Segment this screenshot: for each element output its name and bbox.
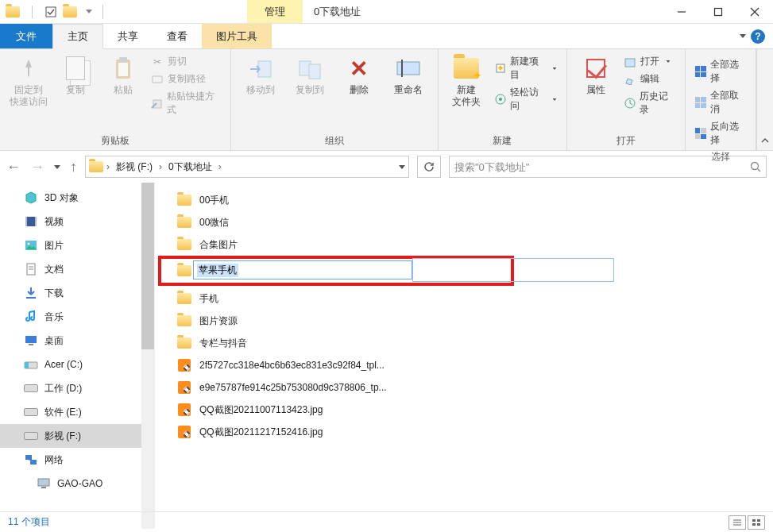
folder-icon [177, 337, 191, 349]
svg-rect-43 [757, 519, 760, 522]
history-button[interactable]: 历史记录 [621, 89, 678, 118]
svg-rect-44 [752, 523, 756, 526]
minimize-button[interactable] [663, 0, 700, 24]
file-name: 00微信 [199, 216, 229, 229]
address-dropdown-button[interactable] [399, 165, 405, 169]
sidebar-item[interactable]: 音乐 [0, 305, 154, 329]
file-row[interactable]: 00手机 [155, 189, 773, 211]
select-all-button[interactable]: 全部选择 [692, 57, 749, 86]
sidebar-item[interactable]: 软件 (E:) [0, 400, 154, 424]
svg-rect-0 [46, 7, 56, 17]
separator [102, 5, 103, 19]
folder-open-icon[interactable] [62, 4, 78, 20]
maximize-button[interactable] [700, 0, 736, 24]
sidebar-item[interactable]: 桌面 [0, 329, 154, 353]
easy-access-button[interactable]: 轻松访问 [492, 85, 560, 114]
paste-button[interactable]: 粘贴 [101, 52, 145, 99]
sidebar-item[interactable]: 工作 (D:) [0, 376, 154, 400]
open-icon [624, 56, 636, 68]
scrollbar-thumb[interactable] [141, 183, 154, 349]
close-button[interactable] [736, 0, 773, 24]
file-row[interactable]: 合集图片 [155, 233, 773, 256]
sidebar-item[interactable]: 文档 [0, 257, 154, 281]
delete-button[interactable]: ✕ 删除 [336, 52, 382, 99]
help-icon[interactable]: ? [751, 29, 765, 44]
cut-button[interactable]: ✂剪切 [149, 54, 224, 69]
rename-button[interactable]: 重命名 [385, 52, 431, 99]
file-row[interactable]: 00微信 [155, 211, 773, 233]
sidebar-item[interactable]: 下载 [0, 281, 154, 305]
chevron-right-icon[interactable]: › [106, 161, 110, 172]
up-button[interactable]: ↑ [70, 159, 77, 175]
group-label: 打开 [574, 132, 678, 150]
move-to-button[interactable]: 移动到 [238, 52, 284, 99]
qat-divider [24, 4, 40, 20]
ribbon-group-new: ✦ 新建 文件夹 ✦新建项目 轻松访问 新建 [439, 49, 568, 150]
select-none-button[interactable]: 全部取消 [692, 88, 749, 117]
copy-button[interactable]: 复制 [54, 52, 99, 99]
open-button[interactable]: 打开 [621, 54, 678, 69]
chevron-right-icon[interactable]: › [218, 161, 222, 172]
sidebar-item[interactable]: Acer (C:) [0, 353, 154, 376]
edit-icon [624, 73, 636, 86]
file-row[interactable]: 专栏与抖音 [155, 332, 773, 354]
search-box[interactable] [449, 156, 767, 178]
invert-selection-button[interactable]: 反向选择 [692, 119, 749, 148]
sidebar-item[interactable]: 视频 [0, 210, 154, 233]
tab-picture-tools[interactable]: 图片工具 [202, 24, 272, 48]
file-row-renaming[interactable]: 苹果手机 [155, 256, 773, 287]
svg-rect-2 [715, 8, 722, 15]
address-bar[interactable]: › 影视 (F:) › 0下载地址 › [85, 156, 409, 178]
svg-rect-21 [25, 217, 37, 226]
sidebar-item[interactable]: 网络 [0, 448, 154, 472]
sidebar-item[interactable]: 影视 (F:) [0, 424, 154, 448]
file-row[interactable]: 图片资源 [155, 310, 773, 332]
pin-quickaccess-button[interactable]: 固定到 快速访问 [6, 52, 51, 111]
osdrive-icon [24, 357, 38, 372]
breadcrumb[interactable]: 影视 (F:) [113, 160, 156, 174]
file-name: e9e75787fe914c25b753080d9c378806_tp... [199, 382, 387, 393]
view-thumbnails-button[interactable] [748, 515, 765, 530]
folder-icon [177, 195, 191, 206]
file-row[interactable]: QQ截图20211007113423.jpg [155, 399, 773, 421]
sidebar-item[interactable]: 3D 对象 [0, 186, 154, 210]
checkbox-icon[interactable] [43, 4, 59, 20]
chevron-down-icon[interactable] [740, 34, 746, 38]
rename-input[interactable]: 苹果手机 [193, 260, 412, 279]
file-row[interactable]: 手机 [155, 287, 773, 310]
collapse-ribbon-button[interactable] [756, 49, 773, 150]
file-row[interactable]: QQ截图20211217152416.jpg [155, 421, 773, 443]
tab-home[interactable]: 主页 [52, 24, 103, 49]
properties-button[interactable]: 属性 [574, 52, 618, 99]
tab-view[interactable]: 查看 [153, 24, 202, 48]
folder-icon [177, 315, 191, 326]
tab-file[interactable]: 文件 [0, 24, 52, 48]
file-row[interactable]: e9e75787fe914c25b753080d9c378806_tp... [155, 376, 773, 399]
copy-to-button[interactable]: 复制到 [287, 52, 333, 99]
folder-icon[interactable] [5, 4, 21, 20]
new-item-button[interactable]: ✦新建项目 [492, 54, 560, 83]
recent-locations-button[interactable] [54, 165, 60, 169]
chevron-down-icon[interactable] [81, 4, 97, 20]
chevron-right-icon[interactable]: › [159, 161, 162, 172]
refresh-button[interactable] [417, 156, 441, 178]
sidebar-item[interactable]: 图片 [0, 233, 154, 257]
paste-shortcut-button[interactable]: 粘贴快捷方式 [149, 89, 224, 118]
new-folder-button[interactable]: ✦ 新建 文件夹 [445, 52, 489, 111]
shortcut-icon [151, 97, 163, 110]
group-label: 剪贴板 [6, 132, 224, 150]
forward-button[interactable]: → [30, 159, 44, 175]
breadcrumb[interactable]: 0下载地址 [165, 160, 215, 174]
view-details-button[interactable] [729, 515, 746, 530]
search-input[interactable] [454, 161, 750, 173]
tab-share[interactable]: 共享 [103, 24, 153, 48]
sidebar-item[interactable]: GAO-GAO [0, 472, 154, 495]
navbar: ← → ↑ › 影视 (F:) › 0下载地址 › [0, 151, 773, 183]
search-icon [750, 161, 761, 172]
back-button[interactable]: ← [6, 159, 21, 175]
sidebar-item-label: 网络 [44, 453, 64, 467]
file-list[interactable]: 00手机00微信合集图片苹果手机手机图片资源专栏与抖音2f5727cc318e4… [155, 183, 773, 529]
edit-button[interactable]: 编辑 [621, 71, 678, 87]
file-row[interactable]: 2f5727cc318e4bc6b63ec831e3c92f84_tpl... [155, 354, 773, 376]
copy-path-button[interactable]: 复制路径 [149, 71, 224, 87]
